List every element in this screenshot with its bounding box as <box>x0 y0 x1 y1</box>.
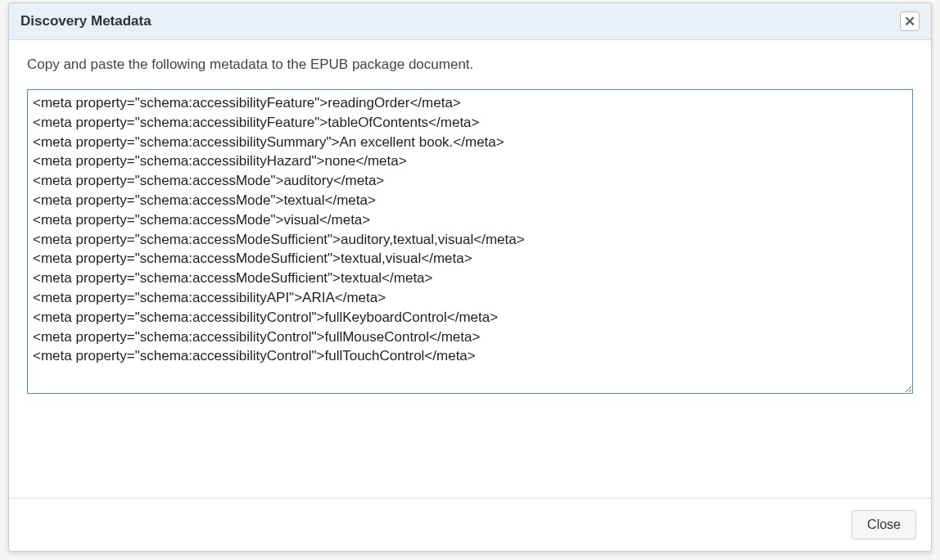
metadata-textarea[interactable] <box>27 89 913 394</box>
instruction-text: Copy and paste the following metadata to… <box>27 56 913 73</box>
discovery-metadata-dialog: Discovery Metadata ✕ Copy and paste the … <box>8 2 932 552</box>
dialog-title: Discovery Metadata <box>20 13 151 29</box>
close-button[interactable]: Close <box>852 510 916 540</box>
close-icon-button[interactable]: ✕ <box>900 11 920 31</box>
dialog-body: Copy and paste the following metadata to… <box>9 40 931 498</box>
dialog-header: Discovery Metadata ✕ <box>9 3 931 40</box>
close-icon: ✕ <box>904 15 915 29</box>
dialog-footer: Close <box>9 498 931 551</box>
